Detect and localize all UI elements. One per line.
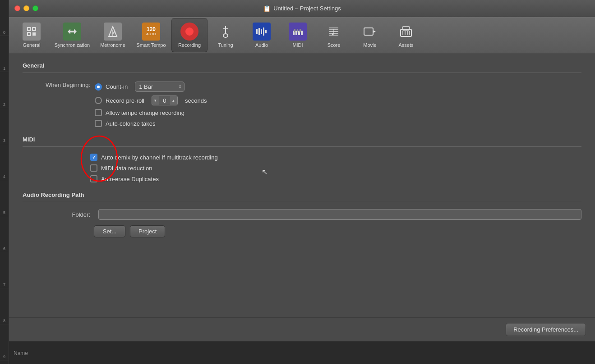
general-section-title: General (23, 62, 581, 69)
ruler-item: 1 (0, 36, 9, 72)
movie-label: Movie (363, 42, 376, 48)
audio-recording-path-section: Audio Recording Path Folder: Set... Proj… (23, 191, 581, 237)
recording-icon (180, 23, 198, 41)
toolbar-item-metronome[interactable]: Metronome (95, 18, 131, 52)
svg-rect-0 (28, 27, 31, 31)
count-in-dropdown[interactable]: 1 Bar ⇕ (135, 82, 184, 92)
count-in-radio[interactable] (95, 83, 102, 91)
toolbar-item-midi[interactable]: MIDI (280, 18, 316, 52)
count-in-label: Count-in (106, 83, 128, 90)
stepper-down[interactable]: ▾ (152, 96, 159, 105)
midi-section-title: MIDI (23, 136, 581, 143)
maximize-button[interactable] (32, 5, 38, 11)
toolbar-item-synchronization[interactable]: Synchronization (50, 18, 95, 52)
toolbar-item-audio[interactable]: Audio (244, 18, 280, 52)
audio-label: Audio (255, 42, 268, 48)
auto-colorize-label: Auto-colorize takes (106, 120, 156, 127)
svg-point-9 (223, 34, 228, 37)
close-button[interactable] (14, 5, 20, 11)
tuning-icon (217, 23, 235, 41)
record-preroll-row: Record pre-roll ▾ 0 ▴ seconds (95, 96, 207, 105)
smart-tempo-label: Smart Tempo (136, 42, 166, 48)
auto-colorize-row: Auto-colorize takes (95, 120, 207, 127)
allow-tempo-label: Allow tempo change recording (106, 109, 184, 116)
toolbar-item-recording[interactable]: Recording (171, 18, 208, 52)
svg-marker-29 (373, 30, 376, 33)
general-divider (23, 73, 581, 73)
stepper-up[interactable]: ▴ (170, 96, 177, 105)
svg-rect-12 (261, 29, 262, 34)
sync-icon (63, 23, 81, 41)
allow-tempo-row: Allow tempo change recording (95, 109, 207, 116)
sync-label: Synchronization (55, 42, 90, 48)
general-label: General (23, 42, 40, 48)
svg-rect-1 (28, 32, 31, 36)
auto-demix-checkbox[interactable] (90, 154, 97, 161)
auto-erase-row: Auto-erase Duplicates (90, 175, 581, 182)
midi-section: MIDI Auto demix by channel if multitrack… (23, 136, 581, 182)
general-section: General When Beginning: Count-in 1 Bar ⇕ (23, 62, 581, 127)
svg-rect-2 (32, 27, 36, 31)
allow-tempo-checkbox[interactable] (95, 109, 102, 116)
when-beginning-row: When Beginning: Count-in 1 Bar ⇕ (23, 80, 581, 127)
record-preroll-radio[interactable] (95, 97, 102, 104)
folder-input[interactable] (98, 209, 581, 220)
count-in-dropdown-arrow: ⇕ (178, 84, 182, 89)
set-button[interactable]: Set... (94, 225, 125, 237)
svg-rect-13 (263, 27, 264, 36)
seconds-label: seconds (185, 97, 207, 104)
project-button[interactable]: Project (130, 225, 165, 237)
metronome-label: Metronome (100, 42, 125, 48)
bottom-bar: Name (9, 341, 595, 364)
svg-rect-11 (258, 28, 260, 35)
metronome-icon (104, 23, 122, 41)
count-in-dropdown-value: 1 Bar (139, 83, 153, 90)
ruler-item: 3 (0, 108, 9, 144)
ruler-item: 5 (0, 180, 9, 216)
ruler-item: 2 (0, 72, 9, 108)
auto-erase-label: Auto-erase Duplicates (101, 176, 159, 182)
minimize-button[interactable] (23, 5, 29, 11)
toolbar-item-smart-tempo[interactable]: 120 AUTO Smart Tempo (131, 18, 171, 52)
title-bar: 📋 Untitled – Project Settings (9, 0, 595, 17)
ruler-item: 4 (0, 144, 9, 180)
ruler-item: 9 (0, 324, 9, 360)
preroll-stepper[interactable]: ▾ 0 ▴ (152, 96, 178, 105)
left-ruler: 0 1 2 3 4 5 6 7 8 9 (0, 0, 9, 364)
score-icon: ♩ (325, 23, 343, 41)
svg-rect-18 (301, 31, 303, 35)
recording-preferences-button[interactable]: Recording Preferences... (506, 323, 586, 336)
svg-rect-21 (300, 29, 301, 32)
folder-row: Folder: (23, 209, 581, 220)
traffic-lights (14, 5, 38, 11)
score-label: Score (327, 42, 341, 48)
record-preroll-label: Record pre-roll (106, 97, 144, 104)
midi-divider (23, 146, 581, 147)
auto-colorize-checkbox[interactable] (95, 120, 102, 127)
toolbar-item-score[interactable]: ♩ Score (316, 18, 352, 52)
toolbar-item-assets[interactable]: Assets (388, 18, 424, 52)
midi-data-reduction-checkbox[interactable] (90, 164, 97, 172)
svg-rect-10 (256, 29, 258, 34)
midi-data-reduction-row: MIDI data reduction (90, 164, 581, 172)
midi-data-reduction-label: MIDI data reduction (101, 165, 152, 172)
auto-erase-checkbox[interactable] (90, 175, 97, 182)
auto-demix-label: Auto demix by channel if multitrack reco… (101, 154, 218, 161)
audio-recording-path-title: Audio Recording Path (23, 191, 581, 198)
toolbar-item-movie[interactable]: Movie (352, 18, 388, 52)
preroll-value: 0 (159, 96, 170, 105)
ruler-item: 0 (0, 0, 9, 36)
toolbar-item-tuning[interactable]: Tuning (208, 18, 244, 52)
svg-rect-20 (297, 29, 298, 32)
svg-rect-3 (32, 32, 36, 36)
toolbar-item-general[interactable]: General (14, 18, 50, 52)
footer: Recording Preferences... (9, 317, 595, 341)
toolbar: General Synchronization (9, 17, 595, 53)
auto-demix-row: Auto demix by channel if multitrack reco… (90, 154, 581, 161)
ruler-item: 6 (0, 216, 9, 252)
assets-icon (397, 23, 415, 41)
bottom-name-label: Name (14, 350, 28, 356)
smart-tempo-icon: 120 AUTO (142, 23, 160, 41)
count-in-row: Count-in 1 Bar ⇕ (95, 82, 207, 92)
window-title: 📋 Untitled – Project Settings (263, 5, 341, 12)
